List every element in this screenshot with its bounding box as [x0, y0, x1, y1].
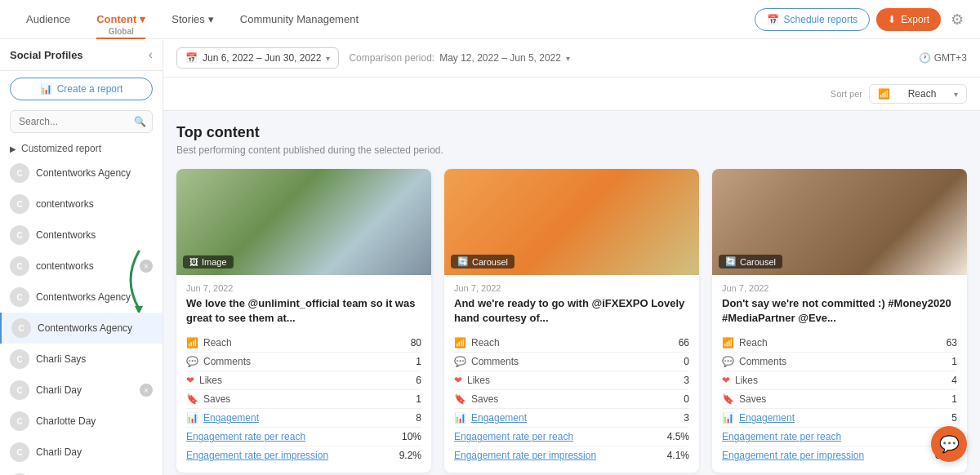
card-metric-row: Engagement rate per reach4.5%	[454, 428, 689, 446]
search-icon: 🔍	[134, 116, 146, 127]
sidebar-item[interactable]: CContentworks	[0, 220, 163, 251]
content-cards-grid: 🖼 ImageJun 7, 2022We love the @unlimint_…	[176, 169, 967, 473]
schedule-reports-button[interactable]: 📅 Schedule reports	[755, 8, 871, 31]
card-metric-row: 📊Engagement3	[454, 409, 689, 428]
chevron-down-icon: ▾	[326, 54, 330, 63]
nav-community[interactable]: Community Management	[227, 0, 372, 39]
sidebar-title: Social Profiles	[10, 49, 83, 61]
card-title: We love the @unlimint_official team so i…	[186, 296, 421, 326]
metric-value: 1	[416, 356, 421, 367]
schedule-icon: 📅	[767, 14, 779, 25]
main-nav: Audience Content ▾ Global Stories ▾ Comm…	[13, 0, 755, 39]
card-date: Jun 7, 2022	[454, 283, 689, 293]
card-metric-row: ❤Likes3	[454, 371, 689, 390]
sidebar-collapse-button[interactable]: ‹	[149, 47, 153, 62]
remove-item-button[interactable]: ×	[140, 384, 153, 397]
card-date: Jun 7, 2022	[186, 283, 421, 293]
main-content: 📅 Jun 6, 2022 – Jun 30, 2022 ▾ Compariso…	[163, 39, 980, 475]
sidebar-item[interactable]: Ccontentworks×	[0, 251, 163, 282]
metric-value: 1	[951, 356, 957, 367]
card-type-badge: 🔄 Carousel	[451, 255, 514, 269]
top-content-subtitle: Best performing content published during…	[176, 144, 967, 156]
card-metric-row: Engagement rate per impression4.1%	[454, 446, 689, 464]
card-metric-row: Engagement rate per reach7.9%	[722, 428, 957, 446]
chevron-down-icon: ▾	[954, 90, 958, 99]
metric-value: 63	[947, 337, 957, 348]
top-content-section: Top content Best performing content publ…	[163, 111, 980, 475]
comparison-period-picker[interactable]: Comparison period: May 12, 2022 – Jun 5,…	[349, 52, 570, 64]
chevron-right-icon: ▶	[10, 144, 16, 153]
card-metric-row: 🔖Saves1	[186, 390, 421, 409]
sidebar-item[interactable]: Ccontentworks	[0, 189, 163, 220]
customized-report-section[interactable]: ▶ Customized report	[0, 140, 163, 158]
card-metric-row: 🔖Saves1	[722, 390, 957, 409]
metric-value: 0	[684, 393, 689, 405]
sort-select[interactable]: 📶 Reach ▾	[869, 84, 967, 104]
header-actions: 📅 Schedule reports ⬇ Export ⚙	[755, 7, 967, 32]
card-image: 🖼 Image	[176, 169, 431, 275]
card-type-badge: 🔄 Carousel	[719, 255, 782, 269]
sidebar-item[interactable]: CCharlotte Day	[0, 406, 163, 437]
card-metric-row: Engagement rate per reach10%	[186, 428, 421, 446]
sidebar-item[interactable]: Ccharlisays	[0, 468, 163, 475]
chevron-down-icon: ▾	[566, 54, 570, 63]
download-icon: ⬇	[888, 14, 896, 25]
content-card: 🖼 ImageJun 7, 2022We love the @unlimint_…	[176, 169, 431, 473]
metric-value: 66	[679, 337, 689, 348]
sidebar-item[interactable]: CCharli Says	[0, 344, 163, 375]
sidebar-item[interactable]: CContentworks Agency	[0, 313, 163, 344]
export-button[interactable]: ⬇ Export	[876, 8, 941, 31]
remove-item-button[interactable]: ×	[140, 260, 153, 273]
card-title: And we're ready to go with @iFXEXPO Love…	[454, 296, 689, 326]
card-metric-row: Engagement rate per impression6.8%	[722, 446, 957, 464]
create-report-button[interactable]: 📊 Create a report	[10, 78, 153, 100]
content-card: 🔄 CarouselJun 7, 2022Don't say we're not…	[712, 169, 967, 473]
card-title: Don't say we're not committed :) #Money2…	[722, 296, 957, 326]
content-card: 🔄 CarouselJun 7, 2022And we're ready to …	[444, 169, 699, 473]
search-input[interactable]	[10, 110, 153, 133]
settings-button[interactable]: ⚙	[947, 7, 967, 32]
sidebar-item[interactable]: CContentworks Agency	[0, 158, 163, 189]
type-icon: 🔄	[457, 256, 469, 267]
card-metric-row: 🔖Saves0	[454, 390, 689, 409]
card-metric-row: 📶Reach66	[454, 334, 689, 353]
top-content-title: Top content	[176, 124, 967, 141]
chat-bubble-button[interactable]: 💬	[931, 426, 967, 462]
nav-audience[interactable]: Audience	[13, 0, 83, 39]
metric-value: 3	[684, 375, 689, 386]
card-type-badge: 🖼 Image	[183, 255, 234, 269]
metric-value: 0	[684, 356, 689, 367]
nav-stories[interactable]: Stories ▾	[158, 0, 226, 39]
card-metric-row: 📶Reach63	[722, 334, 957, 353]
sidebar-items-list: CContentworks AgencyCcontentworksCConten…	[0, 158, 163, 475]
nav-content[interactable]: Content ▾ Global	[83, 0, 158, 39]
metric-value: 4	[951, 375, 957, 386]
plus-icon: 📊	[40, 83, 52, 95]
card-image: 🔄 Carousel	[444, 169, 699, 275]
sidebar-search: 🔍	[10, 110, 153, 133]
card-metric-row: 💬Comments1	[722, 353, 957, 371]
sidebar-item[interactable]: CCharli Day×	[0, 375, 163, 406]
type-icon: 🖼	[189, 257, 198, 267]
card-metric-row: ❤Likes6	[186, 371, 421, 390]
sort-bar: Sort per 📶 Reach ▾	[163, 78, 980, 111]
sidebar-item[interactable]: CContentworks Agency	[0, 282, 163, 313]
metric-value: 10%	[402, 431, 421, 442]
metric-value: 8	[416, 412, 421, 424]
sidebar-item[interactable]: CCharli Day	[0, 437, 163, 468]
card-metric-row: ❤Likes4	[722, 371, 957, 390]
card-date: Jun 7, 2022	[722, 283, 957, 293]
metric-value: 6	[416, 375, 421, 386]
card-metric-row: 💬Comments0	[454, 353, 689, 371]
type-icon: 🔄	[725, 256, 737, 267]
card-metric-row: 📊Engagement5	[722, 409, 957, 428]
calendar-icon: 📅	[185, 52, 198, 64]
date-range-picker[interactable]: 📅 Jun 6, 2022 – Jun 30, 2022 ▾	[176, 47, 339, 69]
sidebar: Social Profiles ‹ 📊 Create a report 🔍 ▶ …	[0, 39, 163, 475]
card-metric-row: 📶Reach80	[186, 334, 421, 353]
metric-value: 1	[416, 393, 421, 405]
card-image: 🔄 Carousel	[712, 169, 967, 275]
layout: Social Profiles ‹ 📊 Create a report 🔍 ▶ …	[0, 39, 980, 475]
main-toolbar: 📅 Jun 6, 2022 – Jun 30, 2022 ▾ Compariso…	[163, 39, 980, 78]
header: Audience Content ▾ Global Stories ▾ Comm…	[0, 0, 980, 39]
